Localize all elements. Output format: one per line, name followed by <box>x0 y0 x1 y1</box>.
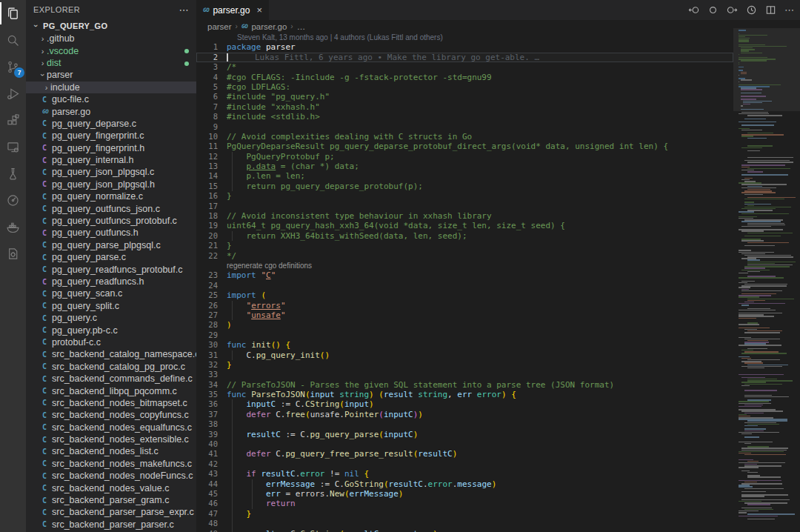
code-line[interactable]: 3/* <box>196 62 733 72</box>
tree-file-pg_query_readfuncs.h[interactable]: Cpg_query_readfuncs.h <box>26 276 196 287</box>
tree-file-src_backend_nodes_bitmapset.c[interactable]: Csrc_backend_nodes_bitmapset.c <box>26 397 196 409</box>
tree-file-pg_query_deparse.c[interactable]: Cpg_query_deparse.c <box>26 118 196 130</box>
tree-file-src_backend_nodes_nodeFuncs.c[interactable]: Csrc_backend_nodes_nodeFuncs.c <box>26 470 196 482</box>
code-line[interactable]: 47 } <box>196 509 733 519</box>
code-line[interactable]: 5#cgo LDFLAGS: <box>196 82 733 92</box>
tree-file-src_backend_nodes_makefuncs.c[interactable]: Csrc_backend_nodes_makefuncs.c <box>26 458 196 470</box>
code-line[interactable]: 10// Avoid complexities dealing with C s… <box>196 132 733 142</box>
code-line[interactable]: 23import "C" <box>196 270 733 280</box>
code-line[interactable]: 12 PgQueryProtobuf p; <box>196 152 733 162</box>
code-line[interactable]: 19uint64_t pg_query_hash_xxh3_64(void *d… <box>196 221 733 230</box>
code-line[interactable]: 22*/ <box>196 251 733 261</box>
git-graph-icon[interactable] <box>0 187 26 213</box>
code-line[interactable]: 30func init() { <box>196 340 733 350</box>
tree-file-pg_query_json_plpgsql.c[interactable]: Cpg_query_json_plpgsql.c <box>26 166 196 178</box>
extensions-icon[interactable] <box>0 107 26 133</box>
tree-file-pg_query_normalize.c[interactable]: Cpg_query_normalize.c <box>26 190 196 202</box>
code-line[interactable]: 7#include "xxhash.h" <box>196 102 733 112</box>
tree-file-src_backend_catalog_pg_proc.c[interactable]: Csrc_backend_catalog_pg_proc.c <box>26 361 196 373</box>
code-line[interactable]: 44 errMessage := C.GoString(resultC.erro… <box>196 479 733 489</box>
code-line[interactable]: 31 C.pg_query_init() <box>196 350 733 360</box>
tree-file-src_backend_nodes_list.c[interactable]: Csrc_backend_nodes_list.c <box>26 445 196 457</box>
code-line[interactable]: 2Lukas Fittl, 6 years ago • Make the lib… <box>196 53 733 62</box>
code-line[interactable]: 32} <box>196 360 733 370</box>
tree-file-protobuf-c.c[interactable]: Cprotobuf-c.c <box>26 336 196 348</box>
code-line[interactable]: 29 <box>196 330 733 340</box>
code-line[interactable]: 11PgQueryDeparseResult pg_query_deparse_… <box>196 142 733 151</box>
split-editor-icon[interactable] <box>765 4 776 16</box>
tree-file-src_backend_commands_define.c[interactable]: Csrc_backend_commands_define.c <box>26 373 196 385</box>
search-icon[interactable] <box>0 27 26 53</box>
tree-folder-.github[interactable]: ›.github <box>26 33 196 44</box>
docker-icon[interactable] <box>0 213 26 240</box>
code-line[interactable]: 9 <box>196 122 733 132</box>
tree-file-src_backend_catalog_namespace.c[interactable]: Csrc_backend_catalog_namespace.c <box>26 348 196 360</box>
code-line[interactable]: 25import ( <box>196 290 733 300</box>
tree-file-src_backend_nodes_value.c[interactable]: Csrc_backend_nodes_value.c <box>26 482 196 493</box>
code-line[interactable]: 18// Avoid inconsistent type behaviour i… <box>196 211 733 221</box>
tree-file-guc-file.c[interactable]: Cguc-file.c <box>26 93 196 105</box>
code-line[interactable]: 49 result = C.GoString(resultC.parse_tre… <box>196 529 733 532</box>
codelens-link[interactable]: regenerate cgo definitions <box>196 261 733 270</box>
code-line[interactable]: 8#include <stdlib.h> <box>196 112 733 122</box>
tree-file-src_backend_libpq_pqcomm.c[interactable]: Csrc_backend_libpq_pqcomm.c <box>26 385 196 396</box>
tree-folder-include[interactable]: ›include <box>26 82 196 93</box>
code-line[interactable]: 42 <box>196 459 733 469</box>
tree-root-pg-query-go[interactable]: › PG_QUERY_GO <box>26 19 196 33</box>
tree-file-src_backend_parser_parse_expr.c[interactable]: Csrc_backend_parser_parse_expr.c <box>26 506 196 518</box>
tree-file-src_backend_nodes_copyfuncs.c[interactable]: Csrc_backend_nodes_copyfuncs.c <box>26 409 196 421</box>
code-line[interactable]: 45 err = errors.New(errMessage) <box>196 489 733 499</box>
code-line[interactable]: 27 "unsafe" <box>196 310 733 320</box>
tree-file-pg_query_outfuncs_protobuf.c[interactable]: Cpg_query_outfuncs_protobuf.c <box>26 215 196 227</box>
source-control-icon[interactable]: 7 <box>0 53 26 80</box>
code-line[interactable]: 39 resultC := C.pg_query_parse(inputC) <box>196 430 733 439</box>
code-line[interactable]: 21} <box>196 241 733 250</box>
code-line[interactable]: 34// ParseToJSON - Parses the given SQL … <box>196 380 733 390</box>
tree-file-src_backend_parser_gram.c[interactable]: Csrc_backend_parser_gram.c <box>26 494 196 506</box>
previous-change-icon[interactable] <box>688 4 699 16</box>
tree-file-src_backend_nodes_extensible.c[interactable]: Csrc_backend_nodes_extensible.c <box>26 433 196 445</box>
code-line[interactable]: 17 <box>196 202 733 211</box>
tree-file-pg_query_outfuncs_json.c[interactable]: Cpg_query_outfuncs_json.c <box>26 202 196 214</box>
code-line[interactable]: 48 <box>196 519 733 528</box>
tree-file-pg_query_scan.c[interactable]: Cpg_query_scan.c <box>26 287 196 299</box>
tree-file-pg_query_internal.h[interactable]: Cpg_query_internal.h <box>26 154 196 166</box>
code-line[interactable]: 26 "errors" <box>196 301 733 310</box>
code-line[interactable]: 38 <box>196 419 733 429</box>
tree-folder-.vscode[interactable]: ›.vscode <box>26 44 196 56</box>
code-line[interactable]: 28) <box>196 320 733 330</box>
tree-file-pg_query.pb-c.c[interactable]: Cpg_query.pb-c.c <box>26 324 196 336</box>
testing-flask-icon[interactable] <box>0 160 26 187</box>
tree-folder-parser[interactable]: ›parser <box>26 69 196 81</box>
code-line[interactable]: 24 <box>196 281 733 290</box>
code-line[interactable]: 37 defer C.free(unsafe.Pointer(inputC)) <box>196 410 733 419</box>
code-line[interactable]: 13 p.data = (char *) data; <box>196 162 733 171</box>
tree-file-pg_query_split.c[interactable]: Cpg_query_split.c <box>26 300 196 312</box>
breadcrumb-folder[interactable]: parser <box>207 22 232 31</box>
tab-parser-go[interactable]: GO parser.go × <box>196 0 269 20</box>
tree-file-pg_query.c[interactable]: Cpg_query.c <box>26 312 196 324</box>
code-line[interactable]: 15 return pg_query_deparse_protobuf(p); <box>196 182 733 191</box>
minimap[interactable] <box>733 28 800 532</box>
code-editor[interactable]: Steven Kalt, 13 months ago | 4 authors (… <box>196 33 733 532</box>
code-line[interactable]: 35func ParseToJSON(input string) (result… <box>196 390 733 399</box>
timeline-icon[interactable] <box>746 4 757 16</box>
tree-file-pg_query_parse.c[interactable]: Cpg_query_parse.c <box>26 251 196 263</box>
code-line[interactable]: 36 inputC := C.CString(input) <box>196 399 733 409</box>
code-line[interactable]: 33 <box>196 370 733 379</box>
open-changes-icon[interactable] <box>707 4 719 16</box>
tree-file-pg_query_parse_plpgsql.c[interactable]: Cpg_query_parse_plpgsql.c <box>26 239 196 251</box>
tree-file-pg_query_readfuncs_protobuf.c[interactable]: Cpg_query_readfuncs_protobuf.c <box>26 263 196 275</box>
file-settings-icon[interactable] <box>0 240 26 267</box>
breadcrumb-file[interactable]: parser.go <box>251 22 287 31</box>
explorer-icon[interactable] <box>0 0 26 27</box>
tree-folder-dist[interactable]: ›dist <box>26 57 196 69</box>
code-line[interactable]: 6#include "pg_query.h" <box>196 92 733 102</box>
code-line[interactable]: 16} <box>196 191 733 201</box>
code-line[interactable]: 14 p.len = len; <box>196 171 733 181</box>
tree-file-src_backend_nodes_equalfuncs.c[interactable]: Csrc_backend_nodes_equalfuncs.c <box>26 422 196 433</box>
code-line[interactable]: 46 return <box>196 499 733 508</box>
run-debug-icon[interactable] <box>0 80 26 107</box>
tree-file-src_backend_parser_parser.c[interactable]: Csrc_backend_parser_parser.c <box>26 519 196 531</box>
tree-file-pg_query_fingerprint.h[interactable]: Cpg_query_fingerprint.h <box>26 142 196 154</box>
